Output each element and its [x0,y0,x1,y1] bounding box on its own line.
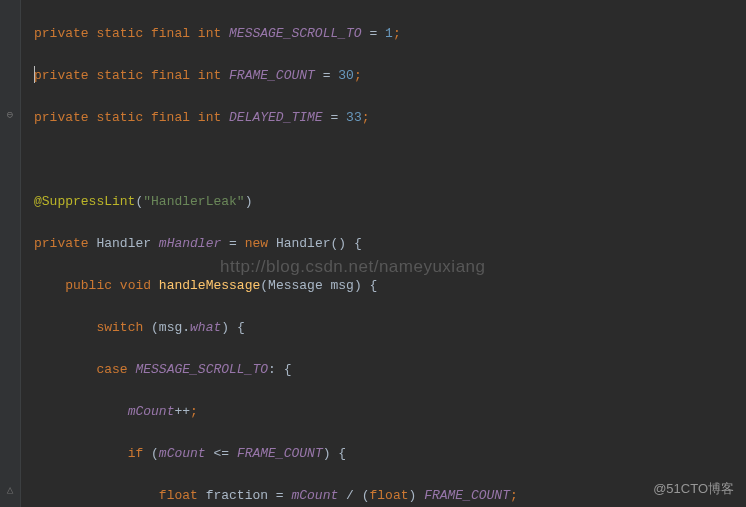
code-line[interactable]: private Handler mHandler = new Handler()… [34,233,746,254]
code-line[interactable]: private static final int DELAYED_TIME = … [34,107,746,128]
code-editor[interactable]: ⊖ △ private static final int MESSAGE_SCR… [0,0,746,507]
code-line[interactable]: mCount++; [34,401,746,422]
gutter: ⊖ △ [0,0,21,507]
code-line[interactable]: private static final int FRAME_COUNT = 3… [34,65,746,86]
code-line[interactable]: if (mCount <= FRAME_COUNT) { [34,443,746,464]
code-line[interactable]: @SuppressLint("HandlerLeak") [34,191,746,212]
code-line[interactable]: case MESSAGE_SCROLL_TO: { [34,359,746,380]
structure-icon[interactable]: △ [3,483,17,497]
code-line[interactable]: float fraction = mCount / (float) FRAME_… [34,485,746,506]
code-line[interactable] [34,149,746,170]
code-line[interactable]: private static final int MESSAGE_SCROLL_… [34,23,746,44]
code-line[interactable]: switch (msg.what) { [34,317,746,338]
collapse-icon[interactable]: ⊖ [3,108,17,122]
code-area[interactable]: private static final int MESSAGE_SCROLL_… [20,0,746,507]
code-line[interactable]: public void handleMessage(Message msg) { [34,275,746,296]
